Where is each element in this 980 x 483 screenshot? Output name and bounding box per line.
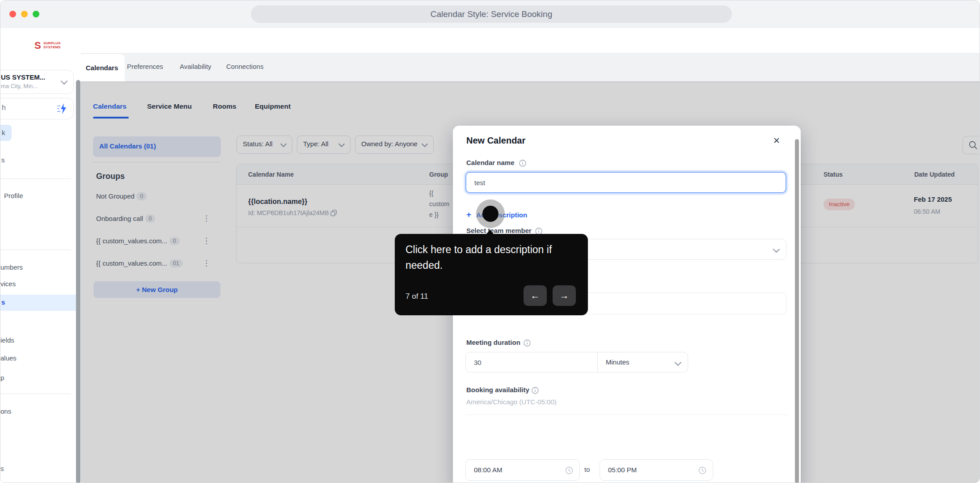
- new-group-label: New Group: [142, 286, 177, 293]
- chevron-down-icon: [773, 246, 780, 253]
- group-row[interactable]: Onboarding call 0: [96, 215, 155, 223]
- sidebar-item-numbers[interactable]: umbers: [0, 263, 23, 271]
- clock-icon: [698, 466, 706, 475]
- booking-availability-label: Booking availability: [466, 386, 529, 394]
- subtab-equipment[interactable]: Equipment: [255, 102, 291, 110]
- tab-availability[interactable]: Availability: [180, 63, 211, 70]
- info-icon[interactable]: [519, 160, 526, 167]
- account-switcher[interactable]: US SYSTEM... ma City, Min...: [0, 70, 74, 94]
- tab-calendars[interactable]: Calendars: [79, 54, 125, 82]
- subtab-service-menu[interactable]: Service Menu: [147, 102, 192, 110]
- duration-unit-select[interactable]: Minutes: [597, 352, 688, 373]
- tour-next-button[interactable]: →: [553, 285, 576, 306]
- sidebar-item-profile[interactable]: Profile: [4, 192, 23, 199]
- date-updated-cell: Feb 17 2025: [914, 195, 952, 203]
- col-calendar-name: Calendar Name: [248, 171, 294, 178]
- sidebar-item-selected[interactable]: s: [0, 295, 76, 311]
- tour-beacon-dot[interactable]: [482, 206, 498, 222]
- duration-value-input[interactable]: [465, 352, 598, 373]
- kebab-menu-icon[interactable]: ⋮: [203, 258, 210, 268]
- col-group: Group: [429, 171, 448, 178]
- all-calendars-filter[interactable]: All Calendars (01): [93, 136, 221, 157]
- group-count-badge: 0: [169, 237, 180, 245]
- status-filter-dropdown[interactable]: Status: All: [237, 136, 292, 154]
- clock-icon: [565, 466, 573, 475]
- account-name: US SYSTEM...: [1, 73, 45, 81]
- sidebar-search[interactable]: h: [0, 98, 74, 119]
- status-filter-label: Status: All: [243, 140, 273, 148]
- sidebar-item-fields[interactable]: ields: [0, 336, 14, 344]
- owned-by-filter-dropdown[interactable]: Owned by: Anyone: [355, 136, 434, 154]
- col-status: Status: [824, 171, 843, 178]
- brand-mark: S: [34, 40, 41, 51]
- end-time-input[interactable]: 05:00 PM: [600, 459, 713, 481]
- close-icon[interactable]: ✕: [773, 136, 780, 146]
- group-cell-line3: e }}: [429, 211, 439, 218]
- group-count-badge: 01: [169, 259, 183, 267]
- tab-preferences[interactable]: Preferences: [127, 63, 163, 70]
- group-count-badge: 0: [145, 215, 156, 223]
- group-name: {{ custom_values.com...: [96, 259, 167, 267]
- divider: [0, 178, 71, 179]
- brand-line1: SURPLUS: [43, 41, 60, 45]
- tab-label: Calendars: [86, 64, 118, 72]
- end-time-value: 05:00 PM: [608, 466, 637, 474]
- sidebar-item-services[interactable]: vices: [0, 280, 16, 288]
- tour-tooltip: Click here to add a description if neede…: [395, 234, 588, 315]
- copy-icon[interactable]: [330, 210, 337, 216]
- chevron-down-icon: [338, 141, 345, 147]
- close-window-button[interactable]: [9, 11, 16, 17]
- team-member-label: Select team member: [466, 227, 532, 234]
- status-badge: Inactive: [824, 199, 855, 210]
- calendar-name-input[interactable]: [465, 172, 786, 193]
- group-name: Onboarding call: [96, 215, 143, 222]
- start-time-value: 08:00 AM: [474, 466, 502, 474]
- info-icon[interactable]: [532, 387, 539, 394]
- start-time-input[interactable]: 08:00 AM: [465, 459, 580, 481]
- kebab-menu-icon[interactable]: ⋮: [203, 214, 210, 223]
- ai-bolt-icon[interactable]: [56, 103, 68, 114]
- main-header-space: [81, 28, 980, 53]
- timezone-text: America/Chicago (UTC-05:00): [466, 398, 557, 406]
- table-search-box[interactable]: [963, 136, 980, 154]
- subtab-rooms[interactable]: Rooms: [213, 102, 237, 110]
- sidebar-item[interactable]: s: [1, 156, 5, 164]
- group-cell-line2: custom: [429, 200, 449, 208]
- kebab-menu-icon[interactable]: ⋮: [203, 236, 210, 246]
- sidebar-item-highlighted[interactable]: k: [0, 125, 12, 141]
- time-separator: to: [584, 466, 590, 473]
- group-row[interactable]: {{ custom_values.com... 0: [96, 237, 180, 245]
- meeting-duration-label: Meeting duration: [466, 339, 520, 346]
- divider: [0, 394, 71, 394]
- group-row[interactable]: Not Grouped 0: [96, 192, 147, 200]
- sidebar-item-ons[interactable]: ons: [0, 407, 11, 415]
- group-name: Not Grouped: [96, 192, 135, 200]
- new-group-button[interactable]: + New Group: [93, 281, 220, 298]
- sidebar-item-values[interactable]: alues: [0, 354, 17, 362]
- divider: [465, 415, 788, 415]
- group-row[interactable]: {{ custom_values.com... 01: [96, 259, 183, 267]
- calendar-name-cell[interactable]: {{location.name}}: [248, 198, 307, 206]
- zoom-window-button[interactable]: [33, 11, 39, 17]
- settings-tabbar: Calendars Preferences Availability Conne…: [81, 53, 980, 82]
- calendar-id-cell: Id: MCP6DB1uh17tAjla24MB: [248, 209, 329, 216]
- sidebar-item-bottom[interactable]: s: [0, 465, 4, 472]
- group-count-badge: 0: [136, 192, 147, 200]
- search-icon: [968, 140, 978, 150]
- sidebar-scrollbar[interactable]: [76, 80, 80, 483]
- chevron-down-icon: [280, 141, 287, 147]
- minimize-window-button[interactable]: [21, 11, 28, 17]
- sidebar-item-p[interactable]: p: [0, 374, 4, 381]
- type-filter-dropdown[interactable]: Type: All: [297, 136, 351, 154]
- col-date-updated: Date Updated: [914, 171, 955, 178]
- info-icon[interactable]: [524, 339, 531, 347]
- modal-scrollbar[interactable]: [795, 139, 799, 483]
- subtab-calendars[interactable]: Calendars: [93, 102, 127, 110]
- sidebar-item-label: s: [1, 298, 5, 306]
- brand-line2: SYSTEMS: [43, 45, 60, 49]
- tour-back-button[interactable]: ←: [524, 285, 547, 306]
- tab-connections[interactable]: Connections: [226, 63, 263, 70]
- group-cell-line1: {{: [429, 190, 433, 197]
- group-name: {{ custom_values.com...: [96, 237, 167, 245]
- owned-by-filter-label: Owned by: Anyone: [361, 140, 418, 148]
